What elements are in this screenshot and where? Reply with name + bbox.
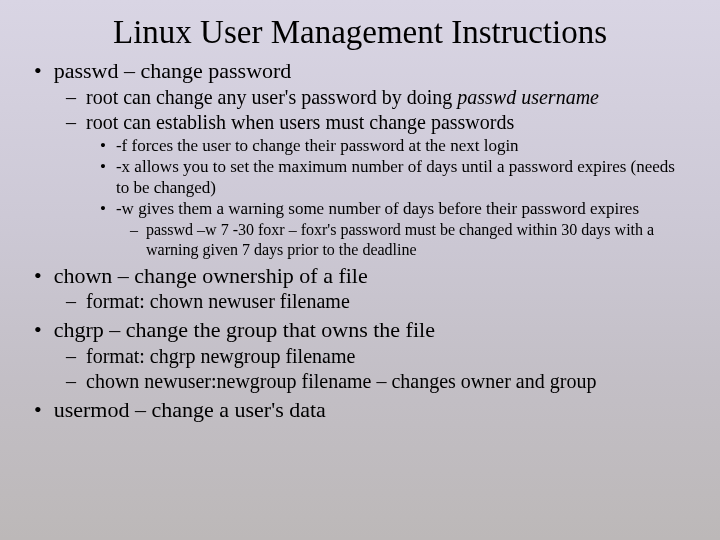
text: format: chown newuser filename	[86, 289, 686, 314]
subitem: –root can establish when users must chan…	[66, 110, 686, 260]
text: passwd –w 7 -30 foxr – foxr's password m…	[146, 220, 686, 260]
text: chown newuser:newgroup filename – change…	[86, 369, 686, 394]
item-chgrp: •chgrp – change the group that owns the …	[34, 316, 686, 394]
option-w: •-w gives them a warning some number of …	[100, 198, 686, 259]
subitem: –format: chgrp newgroup filename	[66, 344, 686, 369]
dash-icon: –	[66, 85, 76, 110]
subitem: –format: chown newuser filename	[66, 289, 686, 314]
bullet-list: •passwd – change password –root can chan…	[34, 57, 686, 423]
text: usermod – change a user's data	[54, 396, 686, 424]
bullet-icon: •	[34, 57, 42, 85]
bullet-icon: •	[100, 156, 106, 177]
option-x: •-x allows you to set the maximum number…	[100, 156, 686, 199]
text: root can establish when users must chang…	[86, 110, 686, 135]
text: format: chgrp newgroup filename	[86, 344, 686, 369]
text: -f forces the user to change their passw…	[116, 135, 686, 156]
dash-icon: –	[130, 220, 138, 240]
text: -x allows you to set the maximum number …	[116, 156, 686, 199]
text: passwd – change password	[54, 57, 686, 85]
text: root can change any user's password by d…	[86, 85, 686, 110]
option-f: •-f forces the user to change their pass…	[100, 135, 686, 156]
slide-title: Linux User Management Instructions	[34, 14, 686, 51]
example: –passwd –w 7 -30 foxr – foxr's password …	[130, 220, 686, 260]
text: -w gives them a warning some number of d…	[116, 198, 686, 219]
slide: Linux User Management Instructions •pass…	[0, 0, 720, 423]
subitem: –chown newuser:newgroup filename – chang…	[66, 369, 686, 394]
dash-icon: –	[66, 289, 76, 314]
subitem: –root can change any user's password by …	[66, 85, 686, 110]
dash-icon: –	[66, 110, 76, 135]
bullet-icon: •	[34, 316, 42, 344]
bullet-icon: •	[100, 198, 106, 219]
command-example: passwd username	[457, 86, 599, 108]
bullet-icon: •	[34, 262, 42, 290]
bullet-icon: •	[100, 135, 106, 156]
bullet-icon: •	[34, 396, 42, 424]
item-chown: •chown – change ownership of a file –for…	[34, 262, 686, 315]
dash-icon: –	[66, 344, 76, 369]
item-usermod: •usermod – change a user's data	[34, 396, 686, 424]
dash-icon: –	[66, 369, 76, 394]
text: chgrp – change the group that owns the f…	[54, 316, 686, 344]
item-passwd: •passwd – change password –root can chan…	[34, 57, 686, 260]
text: chown – change ownership of a file	[54, 262, 686, 290]
